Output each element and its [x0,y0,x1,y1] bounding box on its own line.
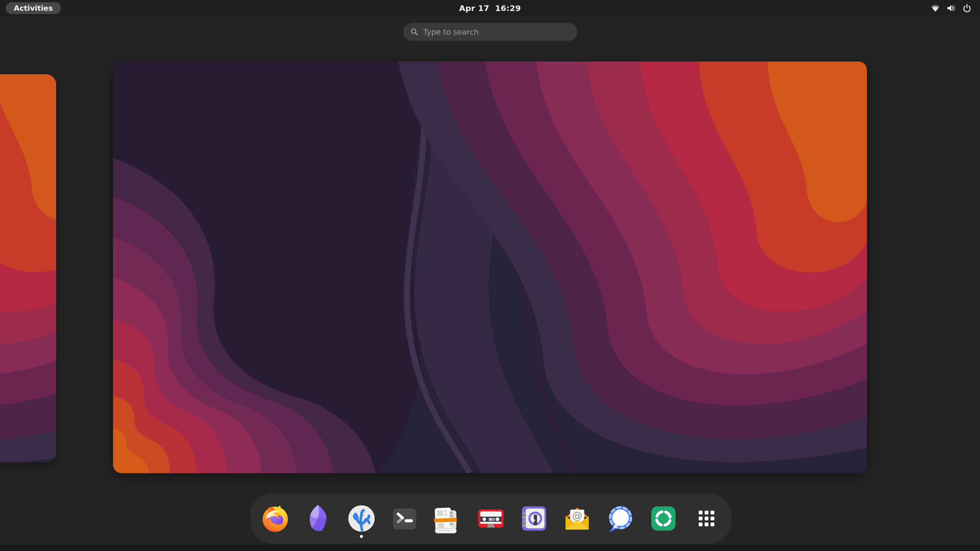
system-status-area[interactable] [930,0,972,16]
gnome-activities-overview: Activities Apr 17 16:29 [0,0,980,551]
speech-bubble-icon [605,503,635,534]
dock-item-news[interactable]: NEWS [426,493,469,544]
clock-menu[interactable]: Apr 17 16:29 [0,0,980,16]
dash-dock: NEWS [250,493,732,544]
volume-icon [946,3,956,14]
dock-item-safe[interactable] [512,493,555,544]
search-input[interactable] [423,27,571,37]
running-indicator-dot [360,535,363,538]
dock-item-coral[interactable] [340,493,383,544]
wallpaper-art [0,74,56,462]
at-glyph: @ [572,510,582,521]
cassette-tape-icon [476,503,506,534]
workspace-preview-left[interactable] [0,74,56,462]
newspaper-icon: NEWS [433,503,463,534]
obsidian-gem-icon [303,503,334,534]
dock-item-mail[interactable]: @ [555,493,599,544]
screen-bottom-edge [0,545,980,551]
coral-icon [346,503,377,534]
dock-item-obsidian[interactable] [297,493,340,544]
wifi-icon [930,3,941,14]
dock-item-signal[interactable] [599,493,642,544]
show-apps-button[interactable] [685,493,728,544]
top-bar: Activities Apr 17 16:29 [0,0,980,16]
dock-item-sync[interactable] [642,493,685,544]
envelope-at-icon: @ [562,503,592,534]
dock-item-terminal[interactable] [383,493,426,544]
app-grid-icon [691,503,722,534]
power-icon [962,3,972,14]
password-safe-icon [519,503,549,534]
wallpaper-art [113,62,867,473]
search-icon [410,27,419,37]
circular-arrows-icon [648,503,679,534]
terminal-prompt-icon [390,503,420,534]
firefox-icon [260,503,290,534]
dock-item-firefox[interactable] [254,493,297,544]
workspace-preview-current[interactable] [113,62,867,473]
dock-item-cassette[interactable] [469,493,512,544]
search-bar[interactable] [403,23,577,41]
